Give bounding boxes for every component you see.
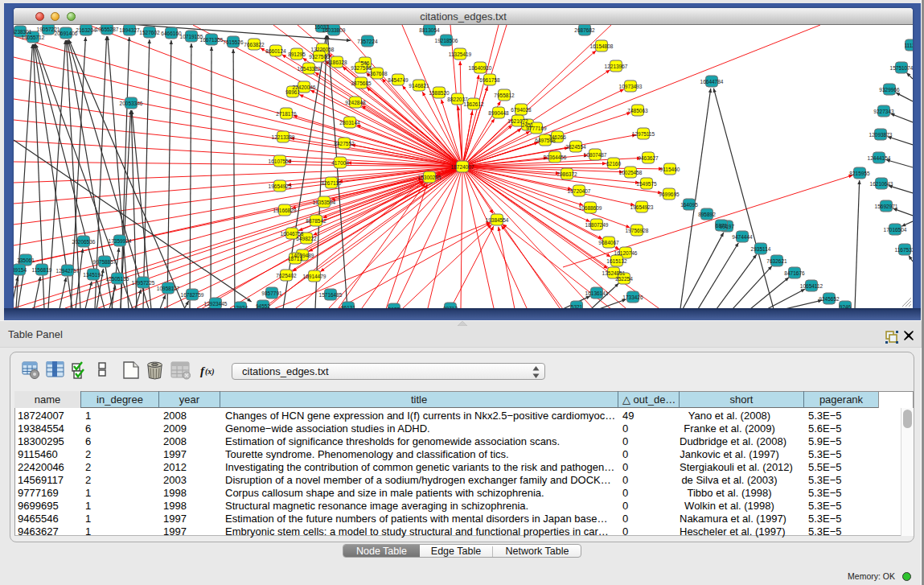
- svg-text:9245652: 9245652: [819, 296, 840, 302]
- svg-text:1588520: 1588520: [429, 90, 450, 96]
- svg-text:1549575: 1549575: [636, 181, 657, 187]
- svg-text:86131: 86131: [341, 305, 355, 309]
- svg-text:1527602: 1527602: [139, 30, 160, 35]
- svg-text:1362612: 1362612: [463, 101, 484, 107]
- svg-text:39154: 39154: [14, 267, 27, 273]
- svg-text:5321: 5321: [571, 304, 583, 309]
- svg-text:6871: 6871: [716, 223, 728, 229]
- svg-text:18640910: 18640910: [469, 65, 492, 71]
- svg-text:2803144: 2803144: [339, 120, 360, 126]
- svg-text:98961: 98961: [285, 89, 300, 95]
- svg-text:16107552: 16107552: [269, 159, 292, 164]
- svg-text:13226058: 13226058: [311, 47, 335, 52]
- svg-text:895892: 895892: [698, 212, 716, 217]
- svg-text:19654923: 19654923: [630, 204, 654, 210]
- svg-text:164095: 164095: [680, 202, 698, 208]
- svg-text:5498222: 5498222: [296, 236, 317, 241]
- svg-text:(x): (x): [205, 367, 215, 377]
- svg-text:1615132: 1615132: [606, 258, 627, 264]
- svg-text:11325419: 11325419: [449, 51, 472, 57]
- svg-text:16210643: 16210643: [870, 181, 893, 187]
- svg-text:20053346: 20053346: [120, 101, 143, 106]
- svg-text:14055712: 14055712: [22, 35, 45, 40]
- svg-text:1733426: 1733426: [622, 295, 643, 300]
- svg-text:19218506: 19218506: [435, 38, 458, 43]
- svg-text:8990448: 8990448: [488, 110, 509, 116]
- svg-text:16120746: 16120746: [614, 250, 638, 256]
- svg-text:10654112: 10654112: [800, 283, 823, 289]
- svg-text:15300295: 15300295: [418, 175, 441, 180]
- svg-text:8215955: 8215955: [849, 171, 870, 176]
- svg-text:7625402: 7625402: [276, 273, 297, 278]
- svg-text:12213389: 12213389: [272, 134, 295, 140]
- svg-text:19166829: 19166829: [273, 208, 297, 213]
- svg-text:12093873: 12093873: [869, 132, 893, 138]
- svg-text:15720407: 15720407: [568, 188, 591, 194]
- svg-text:19654925: 19654925: [269, 183, 292, 189]
- svg-text:12923445: 12923445: [204, 301, 228, 307]
- svg-text:16671355: 16671355: [200, 37, 224, 43]
- svg-text:20364456: 20364456: [544, 154, 567, 160]
- svg-text:9777169: 9777169: [526, 126, 547, 131]
- svg-text:94552: 94552: [256, 303, 270, 309]
- svg-text:15692971: 15692971: [875, 204, 898, 209]
- svg-text:417004: 417004: [331, 160, 349, 166]
- svg-text:9227343: 9227343: [873, 109, 894, 114]
- svg-text:15751074: 15751074: [890, 65, 913, 71]
- svg-text:6466160: 6466160: [161, 31, 182, 36]
- svg-text:12444154: 12444154: [868, 155, 891, 161]
- svg-text:10688609: 10688609: [579, 205, 602, 211]
- svg-text:18807249: 18807249: [585, 222, 609, 228]
- svg-text:6961758: 6961758: [479, 77, 500, 83]
- svg-text:9115460: 9115460: [660, 167, 680, 172]
- svg-text:3824554: 3824554: [565, 144, 586, 150]
- svg-text:12213967: 12213967: [605, 64, 628, 69]
- svg-text:2687682: 2687682: [574, 27, 595, 33]
- svg-text:5123: 5123: [388, 307, 400, 309]
- svg-text:1167533: 1167533: [895, 247, 913, 253]
- svg-text:19756928: 19756928: [626, 228, 649, 233]
- svg-text:9699695: 9699695: [659, 192, 680, 197]
- svg-text:8427552: 8427552: [334, 141, 355, 146]
- svg-text:10958117: 10958117: [157, 286, 180, 291]
- svg-text:19384554: 19384554: [486, 217, 509, 223]
- svg-text:891295: 891295: [288, 51, 306, 57]
- svg-text:11121: 11121: [904, 43, 913, 48]
- svg-text:10807487: 10807487: [584, 152, 607, 158]
- svg-text:62160: 62160: [606, 161, 621, 167]
- svg-text:8267110: 8267110: [322, 180, 342, 186]
- svg-text:1156819: 1156819: [32, 267, 52, 273]
- svg-text:16154808: 16154808: [590, 43, 614, 49]
- svg-text:8186328: 8186328: [326, 60, 347, 65]
- svg-text:9327508: 9327508: [351, 65, 372, 71]
- svg-text:1894327: 1894327: [119, 27, 140, 33]
- svg-text:2163204: 2163204: [76, 27, 97, 33]
- svg-text:2367608: 2367608: [367, 71, 388, 76]
- svg-text:12975115: 12975115: [632, 131, 655, 137]
- svg-text:11353594: 11353594: [313, 200, 336, 205]
- svg-text:17016504: 17016504: [884, 227, 907, 233]
- svg-text:20206536: 20206536: [72, 239, 96, 245]
- svg-text:7663822: 7663822: [244, 42, 265, 47]
- svg-text:13524851: 13524851: [602, 270, 626, 276]
- svg-text:9242848: 9242848: [345, 100, 366, 105]
- svg-text:99758857: 99758857: [93, 259, 117, 265]
- svg-text:8878542: 8878542: [306, 218, 326, 224]
- svg-text:2935114: 2935114: [751, 246, 771, 252]
- svg-text:2718176: 2718176: [276, 111, 297, 117]
- svg-text:8813054: 8813054: [419, 27, 440, 33]
- svg-text:12505135: 12505135: [106, 276, 129, 282]
- svg-text:99713: 99713: [443, 306, 458, 309]
- svg-text:16782759: 16782759: [181, 292, 204, 298]
- svg-text:16136141: 16136141: [585, 290, 609, 296]
- svg-text:7955812: 7955812: [494, 93, 515, 98]
- svg-text:16238301: 16238301: [14, 29, 32, 35]
- svg-text:18713: 18713: [288, 256, 302, 262]
- svg-text:9329966: 9329966: [879, 87, 900, 93]
- svg-text:7485063: 7485063: [627, 108, 648, 113]
- svg-text:8471676: 8471676: [784, 270, 805, 276]
- svg-text:10655287: 10655287: [96, 27, 119, 32]
- svg-text:20691406: 20691406: [55, 31, 78, 36]
- svg-text:252254: 252254: [615, 276, 633, 282]
- svg-text:746266: 746266: [548, 134, 566, 140]
